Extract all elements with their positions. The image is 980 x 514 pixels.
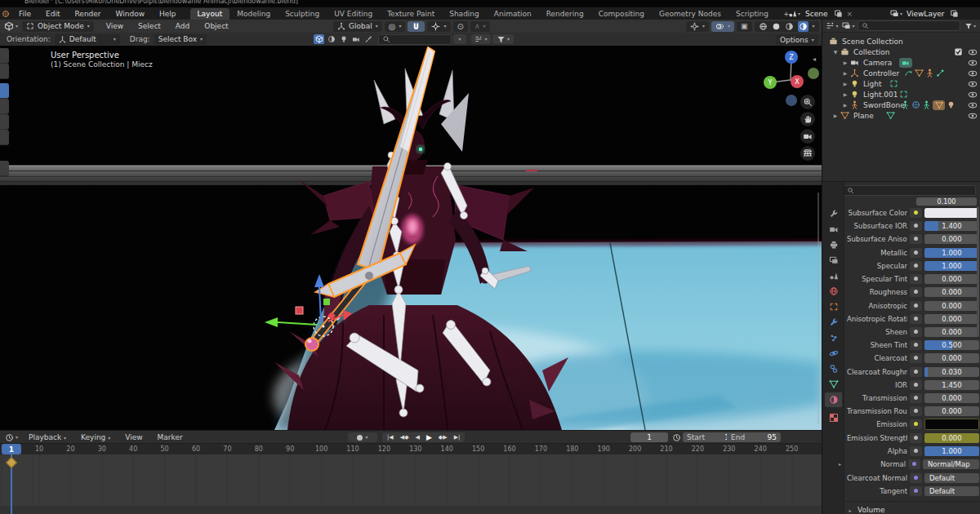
property-row-metallic[interactable]: Metallic 1.000: [847, 247, 979, 258]
editor-type-button[interactable]: [2, 21, 16, 31]
perspective-toggle-button[interactable]: [800, 146, 815, 161]
menu-edit[interactable]: Edit: [38, 10, 67, 18]
property-row-ior[interactable]: IOR 1.450: [847, 379, 979, 390]
timeline-editor-caret-icon[interactable]: ▾: [16, 435, 18, 440]
workspace-tab-texture-paint[interactable]: Texture Paint: [380, 8, 442, 20]
property-row-normal[interactable]: ▸ Normal Normal/Map: [847, 459, 979, 469]
outliner-row-swordbone[interactable]: ▶ SwordBone: [822, 100, 980, 110]
snap-toggle[interactable]: [408, 21, 425, 32]
outliner-row-plane[interactable]: ▶ Plane: [822, 110, 980, 121]
bone-icon[interactable]: [936, 69, 945, 78]
workspace-tab-scripting[interactable]: Scripting: [728, 8, 776, 20]
properties-search-input[interactable]: [843, 185, 976, 196]
timeline-clock-icon[interactable]: [671, 432, 681, 442]
value-slider[interactable]: 0.000: [924, 301, 979, 311]
link-field[interactable]: Normal/Map: [923, 459, 979, 469]
property-row-clearcoat[interactable]: Clearcoat 0.000: [847, 352, 979, 363]
value-slider[interactable]: 0.000: [924, 353, 979, 363]
workspace-tab-sculpting[interactable]: Sculpting: [278, 8, 327, 20]
timeline-editor-type-button[interactable]: [2, 433, 16, 442]
menu-keying[interactable]: Keying ▾: [74, 433, 118, 441]
animate-dot[interactable]: [910, 367, 922, 377]
property-row-specular-tint[interactable]: Specular Tint 0.000: [847, 273, 979, 284]
tab-object[interactable]: [825, 299, 842, 314]
collapse-icon[interactable]: ▸: [847, 507, 853, 513]
editor-type-caret-icon[interactable]: ▾: [16, 24, 18, 29]
viewlayer-name[interactable]: ViewLayer: [902, 10, 948, 18]
camera-data-icon[interactable]: [902, 59, 910, 67]
expand-icon[interactable]: ▼: [832, 49, 839, 55]
eye-icon[interactable]: [968, 47, 978, 57]
new-viewlayer-icon[interactable]: [950, 9, 959, 18]
workspace-tab-modeling[interactable]: Modeling: [229, 8, 278, 20]
animate-dot[interactable]: [910, 261, 922, 271]
workspace-tab-geometry-nodes[interactable]: Geometry Nodes: [652, 8, 728, 20]
proportional-edit-toggle[interactable]: ⊙: [453, 21, 468, 32]
property-row-roughness[interactable]: Roughness 0.000: [847, 286, 979, 297]
sphere-data-icon[interactable]: [911, 100, 920, 109]
value-slider[interactable]: 1.000: [924, 261, 979, 271]
gizmo-plane-handle[interactable]: [323, 299, 330, 305]
link-field[interactable]: Default: [924, 473, 979, 483]
prev-keyframe-button[interactable]: ◀◆: [397, 434, 412, 441]
expand-icon[interactable]: ▶: [842, 102, 849, 108]
xray-toggle[interactable]: ▣: [737, 21, 752, 32]
property-row-clearcoat-roughness[interactable]: Clearcoat Roughn... 0.030: [847, 366, 979, 377]
outliner-display-mode-button[interactable]: ▾: [841, 21, 856, 30]
outliner-row-controller[interactable]: ▶ Controller: [822, 68, 980, 78]
filter-brush-toggle[interactable]: [363, 35, 373, 43]
mesh-active-icon[interactable]: [935, 101, 943, 109]
armature-figure-icon[interactable]: [925, 69, 934, 78]
playhead-frame-badge[interactable]: 1: [2, 444, 21, 454]
expand-icon[interactable]: ▶: [842, 60, 849, 65]
jump-to-start-button[interactable]: |◀: [384, 434, 397, 441]
value-slider[interactable]: 0.000: [924, 274, 979, 284]
animate-dot[interactable]: [910, 340, 922, 350]
auto-keying-toggle[interactable]: ▾: [348, 432, 377, 442]
tool-transform[interactable]: [0, 130, 9, 145]
gizmo-cube-handle[interactable]: [296, 307, 303, 314]
drag-selector[interactable]: Select Box▾: [154, 34, 207, 45]
workspace-tab-compositing[interactable]: Compositing: [591, 8, 652, 20]
menu-render[interactable]: Render: [68, 10, 109, 18]
timeline-ruler[interactable]: 10 20 30 40 50 60 70 80 90 100 110 120 1…: [0, 443, 822, 455]
animate-dot[interactable]: [910, 433, 922, 443]
tool-move[interactable]: [0, 83, 9, 99]
property-row-specular[interactable]: Specular 1.000: [847, 260, 979, 271]
outliner-row-camera[interactable]: ▶ Camera: [822, 57, 980, 68]
tab-object-data[interactable]: [825, 377, 842, 392]
viewport-search-input[interactable]: [378, 34, 452, 45]
expand-icon[interactable]: ▶: [842, 91, 849, 97]
property-row-subsurface-ior[interactable]: Subsurface IOR 1.400: [847, 220, 979, 231]
animate-dot[interactable]: [910, 419, 922, 429]
eye-icon[interactable]: [968, 79, 978, 89]
outliner-row-light[interactable]: ▶ Light: [822, 78, 980, 89]
checkbox-icon[interactable]: [954, 47, 963, 56]
menu-help[interactable]: Help: [152, 10, 184, 18]
unlink-scene-icon[interactable]: ×: [844, 10, 855, 18]
animate-dot[interactable]: [910, 353, 922, 363]
light-data-icon[interactable]: [889, 79, 898, 88]
socket-dot[interactable]: [910, 486, 922, 496]
shading-material-icon[interactable]: [785, 22, 794, 31]
value-slider[interactable]: 0.000: [924, 314, 979, 324]
scene-selector[interactable]: ▾ Scene ×: [786, 8, 855, 19]
outliner-row-light-001[interactable]: ▶ Light.001: [822, 89, 980, 100]
value-slider[interactable]: 0.500: [924, 340, 979, 350]
property-row-subsurface-color[interactable]: Subsurface Color: [847, 207, 979, 218]
color-swatch[interactable]: [924, 208, 979, 218]
property-row-sheen-tint[interactable]: Sheen Tint 0.500: [847, 339, 979, 350]
expand-icon[interactable]: ▸: [839, 461, 845, 467]
property-row-emission-strength[interactable]: Emission Strength 0.000: [847, 432, 979, 443]
snap-target-selector[interactable]: ▾: [427, 21, 450, 32]
property-row-clearcoat-normal[interactable]: Clearcoat Normal Default: [847, 472, 979, 483]
value-slider[interactable]: 0.000: [924, 327, 979, 337]
shading-wireframe-icon[interactable]: [759, 22, 768, 31]
link-field[interactable]: Default: [924, 486, 979, 496]
zoom-button[interactable]: [800, 95, 815, 109]
pivot-point-selector[interactable]: ◎▾: [385, 21, 406, 32]
tool-tweak[interactable]: [0, 48, 9, 64]
animate-dot[interactable]: [910, 314, 922, 324]
filter-light-toggle[interactable]: [338, 35, 349, 43]
proportional-falloff-selector[interactable]: ∧▾: [470, 21, 490, 32]
